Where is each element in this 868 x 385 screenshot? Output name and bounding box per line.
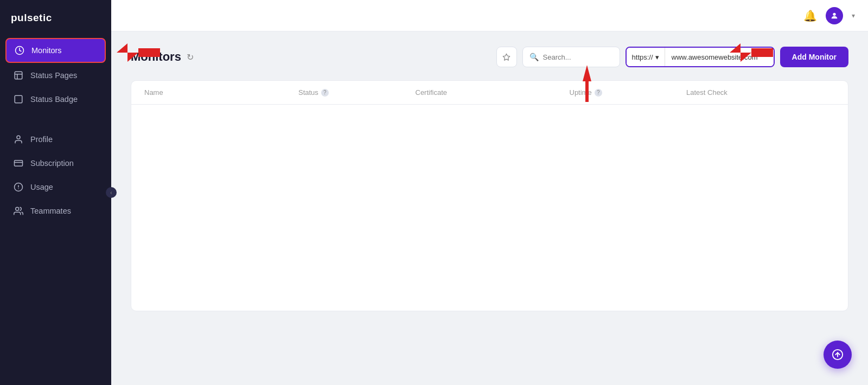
user-avatar[interactable] <box>826 7 843 24</box>
sidebar-collapse-button[interactable]: ‹ <box>106 187 117 198</box>
svg-point-12 <box>833 12 835 15</box>
sidebar-item-status-pages[interactable]: Status Pages <box>5 64 106 87</box>
protocol-selector[interactable]: https:// ▾ <box>627 48 665 66</box>
monitors-actions: 🔍 https:// ▾ Add Monitor <box>496 47 848 67</box>
sidebar-item-status-badge-label: Status Badge <box>30 95 78 104</box>
monitors-header: Monitors ↻ 🔍 https:// ▾ <box>131 47 848 67</box>
sidebar-item-profile[interactable]: Profile <box>5 128 106 151</box>
svg-rect-6 <box>15 161 23 166</box>
th-latest-check: Latest Check <box>686 88 835 97</box>
sidebar-item-subscription-label: Subscription <box>30 159 74 168</box>
search-box: 🔍 <box>522 47 620 67</box>
page-title: Monitors <box>131 50 181 64</box>
monitor-icon <box>14 45 25 56</box>
protocol-chevron-icon: ▾ <box>655 53 659 61</box>
search-icon: 🔍 <box>529 53 539 61</box>
sidebar-item-status-badge[interactable]: Status Badge <box>5 88 106 111</box>
sidebar-item-teammates-label: Teammates <box>30 207 71 215</box>
usage-icon <box>13 182 24 193</box>
pin-button[interactable] <box>496 47 517 67</box>
svg-rect-1 <box>15 72 22 79</box>
th-certificate: Certificate <box>416 88 564 97</box>
notification-bell-icon[interactable]: 🔔 <box>803 9 817 22</box>
status-badge-icon <box>13 94 24 105</box>
table-header: Name Status ? Certificate Uptime ? Lates… <box>131 81 848 105</box>
sidebar-item-monitors-label: Monitors <box>31 46 62 55</box>
app-logo: pulsetic <box>0 0 111 34</box>
url-input-group: https:// ▾ <box>626 47 775 67</box>
monitors-table: Name Status ? Certificate Uptime ? Lates… <box>131 80 848 311</box>
status-info-icon[interactable]: ? <box>321 89 329 97</box>
svg-point-11 <box>16 207 19 210</box>
sidebar-item-subscription[interactable]: Subscription <box>5 152 106 175</box>
add-monitor-button[interactable]: Add Monitor <box>780 47 848 67</box>
sidebar-item-profile-label: Profile <box>30 135 53 144</box>
topbar: 🔔 ▾ <box>111 0 868 31</box>
page-content: Monitors ↻ 🔍 https:// ▾ <box>111 31 868 385</box>
uptime-info-icon[interactable]: ? <box>595 89 602 97</box>
subscription-icon <box>13 158 24 169</box>
th-uptime: Uptime ? <box>570 88 681 97</box>
table-empty-state <box>131 105 848 311</box>
th-status: Status ? <box>298 88 410 97</box>
protocol-value: https:// <box>632 53 653 61</box>
url-input[interactable] <box>665 48 774 66</box>
svg-rect-4 <box>15 95 22 103</box>
fab-button[interactable] <box>824 341 852 369</box>
th-name: Name <box>144 88 293 97</box>
profile-icon <box>13 134 24 145</box>
sidebar-item-monitors[interactable]: Monitors <box>5 38 106 63</box>
sidebar: pulsetic Monitors Status Pages <box>0 0 111 385</box>
search-input[interactable] <box>543 53 613 61</box>
user-menu-chevron-icon[interactable]: ▾ <box>852 12 855 20</box>
sidebar-item-status-pages-label: Status Pages <box>30 71 77 80</box>
teammates-icon <box>13 206 24 216</box>
svg-point-5 <box>17 136 20 139</box>
status-pages-icon <box>13 70 24 81</box>
main-content: 🔔 ▾ Monitors ↻ 🔍 <box>111 0 868 385</box>
sidebar-nav: Monitors Status Pages Status Badge <box>0 34 111 385</box>
sidebar-item-usage[interactable]: Usage <box>5 176 106 198</box>
refresh-icon[interactable]: ↻ <box>187 52 194 62</box>
sidebar-item-usage-label: Usage <box>30 183 53 191</box>
sidebar-item-teammates[interactable]: Teammates <box>5 200 106 222</box>
